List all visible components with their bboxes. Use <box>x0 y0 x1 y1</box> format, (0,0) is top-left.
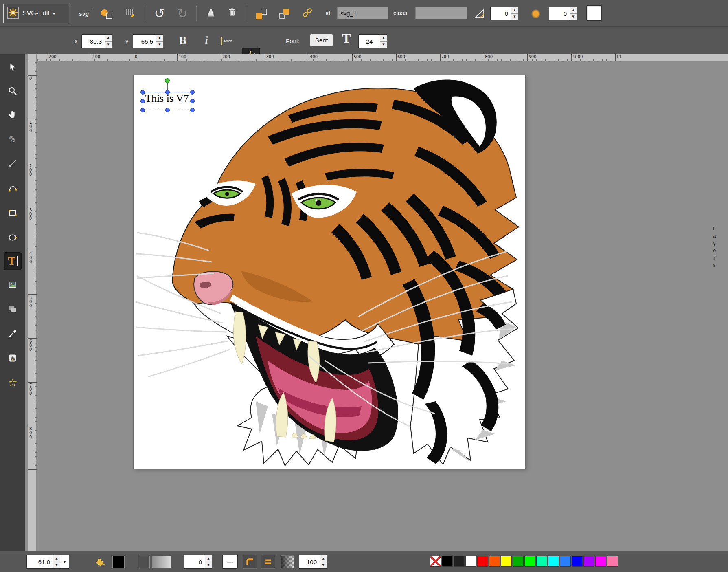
opacity-increment-button[interactable]: ▲ <box>320 555 327 562</box>
italic-button[interactable]: i <box>198 32 215 49</box>
palette-swatch[interactable] <box>595 556 606 567</box>
palette-swatch[interactable] <box>560 556 571 567</box>
tool-pencil[interactable]: ✎ <box>4 131 22 149</box>
rotation-angle-input[interactable]: 0 ▲▼ <box>490 7 518 20</box>
font-size-value[interactable]: 24 <box>359 35 380 48</box>
fill-color-swatch[interactable] <box>112 556 125 568</box>
svg-canvas[interactable]: This is V7 <box>134 75 525 469</box>
font-family-button[interactable]: Serif <box>310 34 333 46</box>
rotation-angle-value[interactable]: 0 <box>491 7 511 20</box>
edit-source-button[interactable]: svg <box>76 6 94 22</box>
y-increment-button[interactable]: ▲ <box>156 35 163 42</box>
redo-button[interactable]: ↻ <box>173 5 191 22</box>
palette-swatch[interactable] <box>501 556 512 567</box>
tool-image[interactable] <box>4 276 22 294</box>
stroke-linecap-button[interactable] <box>261 555 275 569</box>
palette-swatch[interactable] <box>524 556 535 567</box>
opacity-input[interactable]: 100 ▲▼ <box>299 555 327 569</box>
resize-handle-e[interactable] <box>190 99 195 103</box>
palette-swatch[interactable] <box>489 556 500 567</box>
palette-swatch[interactable] <box>513 556 524 567</box>
palette-swatch[interactable] <box>607 556 618 567</box>
h-ruler-label: 1000 <box>572 55 583 59</box>
layers-panel-tab[interactable]: Layers <box>711 225 717 269</box>
tool-star[interactable]: ☆ <box>4 374 22 392</box>
y-decrement-button[interactable]: ▼ <box>156 42 163 48</box>
opacity-value[interactable]: 100 <box>299 555 320 568</box>
resize-handle-nw[interactable] <box>140 90 145 95</box>
make-link-button[interactable] <box>299 6 316 21</box>
palette-swatch[interactable] <box>477 556 488 567</box>
resize-handle-n[interactable] <box>165 90 170 95</box>
zoom-increment-button[interactable]: ▲ <box>53 555 60 562</box>
blur-increment-button[interactable]: ▲ <box>570 7 577 14</box>
move-to-top-button[interactable] <box>276 7 292 21</box>
zoom-decrement-button[interactable]: ▼ <box>53 562 60 569</box>
blur-value[interactable]: 0 <box>549 7 570 20</box>
tool-eyedropper[interactable] <box>4 325 22 343</box>
stroke-width-increment-button[interactable]: ▲ <box>205 555 212 562</box>
text-anchor-start-button[interactable]: abcd <box>219 34 237 48</box>
element-class-input[interactable] <box>415 7 467 19</box>
shape-library-button[interactable] <box>99 7 114 20</box>
palette-swatch[interactable] <box>536 556 547 567</box>
font-size-increment-button[interactable]: ▲ <box>380 35 387 42</box>
main-menu-button[interactable]: SVG-Edit ▾ <box>3 4 69 23</box>
x-increment-button[interactable]: ▲ <box>105 35 112 42</box>
rotate-handle[interactable] <box>165 78 170 83</box>
resize-handle-s[interactable] <box>165 108 170 112</box>
palette-color-swatch[interactable] <box>586 5 602 21</box>
move-to-bottom-button[interactable] <box>253 7 270 21</box>
palette-swatch[interactable] <box>583 556 594 567</box>
zoom-value[interactable]: 61.0 <box>27 555 53 568</box>
stroke-width-value[interactable]: 0 <box>184 555 205 568</box>
palette-swatch[interactable] <box>572 556 583 567</box>
clone-button[interactable] <box>203 6 219 21</box>
palette-swatch[interactable] <box>465 556 476 567</box>
blur-decrement-button[interactable]: ▼ <box>570 14 577 20</box>
editor-preferences-button[interactable] <box>123 7 138 20</box>
zoom-dropdown-button[interactable]: ▾ <box>60 555 69 568</box>
tool-text[interactable]: T <box>4 252 22 270</box>
gradient-swatch[interactable] <box>152 556 171 568</box>
tool-pan[interactable] <box>4 106 22 123</box>
undo-button[interactable]: ↺ <box>151 5 169 22</box>
font-size-decrement-button[interactable]: ▼ <box>380 42 387 48</box>
zoom-control[interactable]: 61.0 ▲▼ ▾ <box>26 555 69 569</box>
opacity-decrement-button[interactable]: ▼ <box>320 562 327 569</box>
tool-import-image[interactable] <box>4 349 22 367</box>
tool-line[interactable] <box>4 154 22 172</box>
tool-shape-library[interactable] <box>4 300 22 318</box>
resize-handle-se[interactable] <box>190 108 195 112</box>
resize-handle-ne[interactable] <box>190 90 195 95</box>
element-id-input[interactable] <box>337 7 388 19</box>
angle-decrement-button[interactable]: ▼ <box>511 14 518 20</box>
stroke-color-swatch[interactable] <box>138 556 150 568</box>
palette-swatch[interactable] <box>548 556 559 567</box>
y-coordinate-input[interactable]: 65.5 ▲▼ <box>133 34 163 48</box>
x-coordinate-input[interactable]: 80.3 ▲▼ <box>81 34 112 48</box>
stroke-style-dropdown[interactable]: — <box>222 555 238 569</box>
resize-handle-w[interactable] <box>140 99 145 103</box>
palette-none-swatch[interactable] <box>430 556 441 567</box>
tool-rectangle[interactable] <box>4 204 22 222</box>
tool-path[interactable] <box>4 179 22 197</box>
tool-select[interactable] <box>4 58 22 76</box>
stroke-width-decrement-button[interactable]: ▼ <box>205 562 212 569</box>
delete-button[interactable] <box>224 5 240 21</box>
tiger-artwork[interactable] <box>134 75 525 469</box>
blur-input[interactable]: 0 ▲▼ <box>549 7 577 20</box>
font-size-input[interactable]: 24 ▲▼ <box>358 34 387 48</box>
palette-swatch[interactable] <box>442 556 453 567</box>
stroke-width-input[interactable]: 0 ▲▼ <box>184 555 212 569</box>
x-decrement-button[interactable]: ▼ <box>105 42 112 48</box>
stroke-linejoin-button[interactable] <box>243 555 257 569</box>
x-coordinate-value[interactable]: 80.3 <box>82 35 105 48</box>
resize-handle-sw[interactable] <box>140 108 145 112</box>
tool-zoom[interactable] <box>4 82 22 100</box>
bold-button[interactable]: B <box>174 32 191 49</box>
palette-swatch[interactable] <box>454 556 465 567</box>
y-coordinate-value[interactable]: 65.5 <box>133 35 156 48</box>
tool-ellipse[interactable] <box>4 229 22 246</box>
angle-increment-button[interactable]: ▲ <box>511 7 518 14</box>
